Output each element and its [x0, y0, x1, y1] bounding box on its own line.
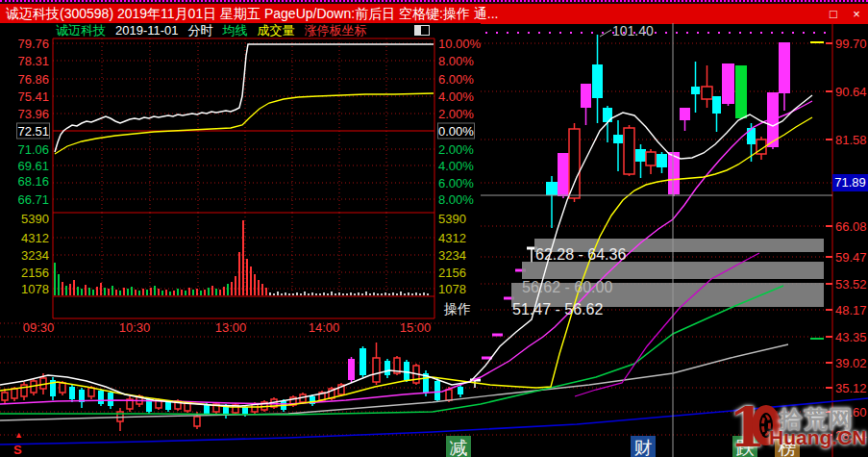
intraday-volume-label: 5390	[438, 212, 466, 226]
y-axis-label: 48.17	[835, 303, 867, 317]
intraday-percent-label: 2.00%	[438, 107, 474, 121]
intraday-price-label: 71.06	[17, 142, 49, 157]
intraday-percent-label: 2.00%	[438, 142, 474, 157]
intraday-percent-label: 6.00%	[438, 176, 474, 190]
y-axis-label: 53.52	[835, 277, 867, 292]
watermark-char: 减	[446, 436, 471, 457]
gap-band-label: 51.47 - 56.62	[512, 301, 603, 318]
intraday-volume-label: 3234	[21, 248, 49, 263]
intraday-price-label: 79.76	[17, 37, 49, 51]
intraday-price-label: 72.51	[17, 124, 49, 139]
intraday-volume-label: 5390	[21, 212, 49, 226]
intraday-price-label: 75.41	[17, 89, 49, 104]
time-axis-label: 09:30	[23, 320, 55, 335]
gap-band-label: 56.62 - 60.00	[522, 279, 612, 296]
intraday-price-label: 73.96	[17, 107, 49, 121]
intraday-percent-label: 8.00%	[438, 192, 474, 207]
y-axis-label: 35.12	[835, 381, 867, 395]
y-axis-label: 90.64	[835, 85, 867, 99]
intraday-percent-label: 4.00%	[438, 159, 474, 173]
y-axis-label: 59.47	[835, 250, 867, 265]
high-price-annotation: 101.40	[612, 23, 654, 38]
intraday-volume-label: 1078	[21, 282, 49, 296]
time-axis-label: 13:00	[215, 320, 247, 335]
site-logo: 1 拾荒网 Huang.CN	[723, 401, 868, 457]
intraday-price-label: 68.16	[17, 174, 49, 189]
logo-domain: Huang.CN	[769, 426, 867, 449]
action-button[interactable]: 操作	[435, 298, 480, 319]
intraday-price-label: 78.31	[17, 54, 49, 68]
time-axis-label: 14:00	[309, 320, 340, 335]
sell-marker-arrow: ▲	[14, 430, 23, 440]
intraday-percent-label: 0.00%	[438, 124, 474, 139]
y-axis-label: 43.35	[835, 330, 867, 344]
intraday-percent-label: 6.00%	[438, 72, 474, 87]
volume-bars	[55, 220, 428, 295]
intraday-panel: 诚迈科技2019-11-01分时均线成交量涨停板坐标 79.7678.3176.…	[0, 23, 481, 321]
y-axis-label: 39.02	[835, 356, 867, 370]
y-axis-label: 99.70	[835, 37, 867, 51]
time-axis-label: 15:00	[400, 320, 432, 335]
time-axis-label: 10:30	[119, 320, 151, 335]
sell-marker: S	[13, 443, 22, 457]
intraday-chart	[0, 23, 481, 321]
gap-band-label: 62.28 - 64.36	[535, 246, 626, 264]
app-window: 诚迈科技(300598) 2019年11月01日 星期五 PageUp/Down…	[0, 0, 868, 457]
intraday-price-label: 76.86	[17, 72, 49, 87]
crosshair-price-badge: 71.89	[832, 174, 868, 191]
y-axis-label: 81.58	[835, 133, 867, 147]
y-axis-label: 66.08	[835, 219, 867, 234]
intraday-volume-label: 4312	[438, 231, 466, 245]
intraday-price-label: 69.61	[17, 159, 49, 173]
intraday-percent-label: 4.00%	[438, 89, 474, 104]
intraday-volume-label: 4312	[21, 231, 49, 245]
intraday-volume-label: 3234	[438, 248, 466, 263]
watermark-char: 财	[631, 436, 656, 457]
intraday-price-label: 66.71	[17, 192, 49, 207]
intraday-volume-label: 1078	[438, 282, 466, 296]
intraday-percent-label: 8.00%	[438, 54, 474, 68]
intraday-volume-label: 2156	[438, 266, 466, 280]
intraday-volume-label: 2156	[21, 266, 49, 280]
intraday-percent-label: 10.00%	[438, 37, 481, 51]
